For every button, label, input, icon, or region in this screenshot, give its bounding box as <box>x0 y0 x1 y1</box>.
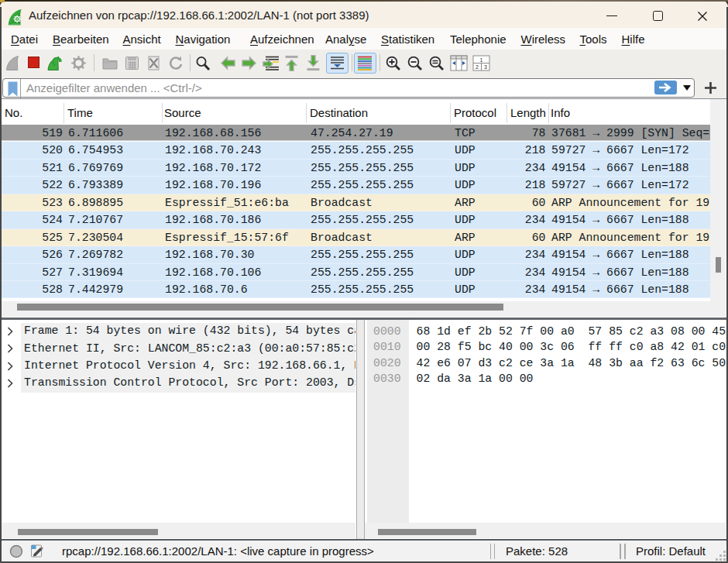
svg-text:2: 2 <box>476 64 479 70</box>
svg-text:1: 1 <box>480 57 483 63</box>
svg-text:3: 3 <box>484 64 487 70</box>
